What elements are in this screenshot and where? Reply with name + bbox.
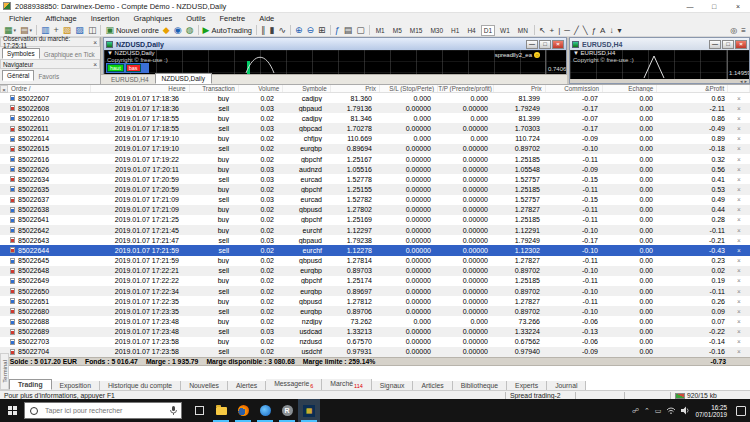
menu-fichier[interactable]: Fichier (2, 14, 39, 23)
candlestick-chart-icon[interactable]: ▮ (268, 24, 277, 36)
web-terminal-icon[interactable]: ◍ (184, 24, 196, 36)
order-row[interactable]: 850226072019.01.07 17:18:36buy0.02cadjpy… (0, 93, 750, 103)
close-order-icon[interactable]: × (728, 196, 750, 203)
menu-fenetre[interactable]: Fenetre (212, 14, 252, 23)
chart-minimize-button[interactable]: — (526, 40, 538, 49)
close-order-icon[interactable]: × (728, 227, 750, 234)
close-order-icon[interactable]: × (728, 308, 750, 315)
close-order-icon[interactable]: × (728, 125, 750, 132)
terminal-close-icon[interactable]: × (0, 85, 8, 93)
close-order-icon[interactable]: × (728, 288, 750, 295)
community-icon[interactable]: ◉ (172, 24, 184, 36)
timeframe-d1[interactable]: D1 (481, 25, 495, 36)
wifi-icon[interactable] (666, 407, 676, 415)
close-order-icon[interactable]: × (728, 298, 750, 305)
order-row[interactable]: 850226112019.01.07 17:18:55sell0.03gbpca… (0, 123, 750, 133)
close-order-icon[interactable]: × (728, 166, 750, 173)
chart-minimize-button[interactable]: — (709, 40, 721, 49)
order-row[interactable]: 850226882019.01.07 17:23:48buy0.02nzdjpy… (0, 316, 750, 326)
cursor-icon[interactable]: ↖ (537, 26, 548, 35)
bar-chart-icon[interactable]: ∥ (259, 24, 268, 36)
line-chart-icon[interactable]: ∿ (276, 24, 288, 36)
chart-tab-eurusd-h4[interactable]: EURUSD,H4 (105, 75, 155, 84)
tab-historique-du-compte[interactable]: Historique du compte (100, 381, 181, 390)
tools-caret-icon[interactable]: ▾ (615, 26, 623, 35)
mql5-market-icon[interactable]: ◆ (161, 24, 172, 36)
channel-icon[interactable]: ╲ (581, 26, 590, 35)
col-header-transaction[interactable]: Transaction (190, 85, 239, 92)
people-icon[interactable]: ☍ (632, 407, 639, 415)
close-order-icon[interactable]: × (728, 105, 750, 112)
close-order-icon[interactable]: × (728, 338, 750, 345)
tab-journal[interactable]: Journal (547, 381, 586, 390)
order-row[interactable]: 850226382019.01.07 17:21:09buy0.02gbpusd… (0, 205, 750, 215)
close-order-icon[interactable]: × (728, 348, 750, 355)
menu-affichage[interactable]: Affichage (39, 14, 84, 23)
notification-center-icon[interactable] (736, 406, 746, 416)
close-order-icon[interactable]: × (728, 186, 750, 193)
tray-expand-icon[interactable]: ⌃ (644, 407, 650, 415)
arrows-icon[interactable]: ↓ (607, 26, 615, 35)
order-row[interactable]: 850227042019.01.07 17:23:58sell0.02usdch… (0, 347, 750, 357)
horizontal-line-icon[interactable]: ─ (562, 26, 572, 35)
col-header-prix[interactable]: Prix (331, 85, 380, 92)
order-row[interactable]: 850226372019.01.07 17:21:09sell0.03eurca… (0, 195, 750, 205)
task-view-button[interactable] (188, 399, 210, 422)
col-header-heure[interactable]: Heure (91, 85, 190, 92)
timeframe-m5[interactable]: M5 (390, 25, 405, 36)
chart-tab-nzdusd-daily[interactable]: NZDUSD,Daily (155, 73, 212, 84)
order-row[interactable]: 850226482019.01.07 17:22:21sell0.02eurgb… (0, 266, 750, 276)
minimize-button[interactable]: — (678, 0, 702, 13)
col-header-echange[interactable]: Echange (603, 85, 657, 92)
crosshair-icon[interactable]: + (548, 26, 557, 35)
navigator-close-icon[interactable]: × (93, 61, 97, 68)
close-order-icon[interactable]: × (728, 216, 750, 223)
zoom-out-icon[interactable]: ⊖ (305, 24, 317, 36)
blue-app-button[interactable] (254, 399, 276, 422)
trendline-icon[interactable]: ╱ (572, 26, 581, 35)
order-row[interactable]: 850226452019.01.07 17:21:59buy0.02gbpusd… (0, 256, 750, 266)
tab-trading[interactable]: Trading (9, 379, 52, 390)
menu-aide[interactable]: Aide (252, 14, 281, 23)
col-header-symbole[interactable]: Symbole (283, 85, 330, 92)
chart-close-button[interactable]: × (735, 40, 747, 49)
menu-outils[interactable]: Outils (179, 14, 212, 23)
taskbar-clock[interactable]: 16:25 07/01/2019 (695, 404, 727, 418)
order-row[interactable]: 850226342019.01.07 17:20:59sell0.03eurca… (0, 174, 750, 184)
autotrading-button[interactable]: ▶AutoTrading (201, 24, 255, 36)
new-window-icon[interactable]: ▢ (354, 24, 367, 36)
col-header-t-p-prendre-profit[interactable]: T/P (Prendre/profit) (438, 85, 494, 92)
tab-favoris[interactable]: Favoris (34, 72, 63, 81)
fibonacci-icon[interactable]: ƒ (590, 26, 598, 35)
tab-articles[interactable]: Articles (413, 381, 452, 390)
text-label-icon[interactable]: A (598, 26, 607, 35)
chart-nzdusd-canvas[interactable]: ▼ NZDUSD,Daily Copyright © free-use :) h… (104, 50, 566, 74)
new-order-button[interactable]: ▣Nouvel ordre (103, 24, 160, 36)
col-header-prix[interactable]: Prix (494, 85, 545, 92)
templates-icon[interactable]: ▤ (342, 24, 355, 36)
timeframe-m15[interactable]: M15 (407, 25, 426, 36)
close-order-icon[interactable]: × (728, 267, 750, 274)
col-header-commission[interactable]: Commission (546, 85, 603, 92)
order-row[interactable]: 850226082019.01.07 17:18:36sell0.03gbpau… (0, 103, 750, 113)
close-order-icon[interactable]: × (728, 257, 750, 264)
microphone-icon[interactable] (170, 406, 177, 416)
order-row[interactable]: 850226102019.01.07 17:18:55buy0.02cadjpy… (0, 113, 750, 123)
tab-graphique-en-tick[interactable]: Graphique en Tick (40, 50, 99, 59)
tab-g-n-ral[interactable]: Général (2, 70, 34, 81)
order-row[interactable]: 850226442019.01.07 17:21:59sell0.02eurch… (0, 245, 750, 255)
speaker-icon[interactable] (681, 406, 690, 415)
tab-exposition[interactable]: Exposition (52, 381, 100, 390)
close-order-icon[interactable]: × (728, 156, 750, 163)
battery-icon[interactable]: ▭ (655, 407, 662, 415)
close-order-icon[interactable]: × (728, 95, 750, 102)
firefox-button[interactable] (232, 399, 254, 422)
tab-alertes[interactable]: Alertes (228, 381, 266, 390)
timeframe-h1[interactable]: H1 (448, 25, 462, 36)
menu-graphiques[interactable]: Graphiques (126, 14, 179, 23)
order-row[interactable]: 850226262019.01.07 17:20:11buy0.03audnzd… (0, 164, 750, 174)
menu-insertion[interactable]: Insertion (84, 14, 127, 23)
tab-symboles[interactable]: Symboles (2, 48, 40, 59)
search-input[interactable] (43, 406, 170, 415)
zoom-in-icon[interactable]: ⊕ (293, 24, 305, 36)
